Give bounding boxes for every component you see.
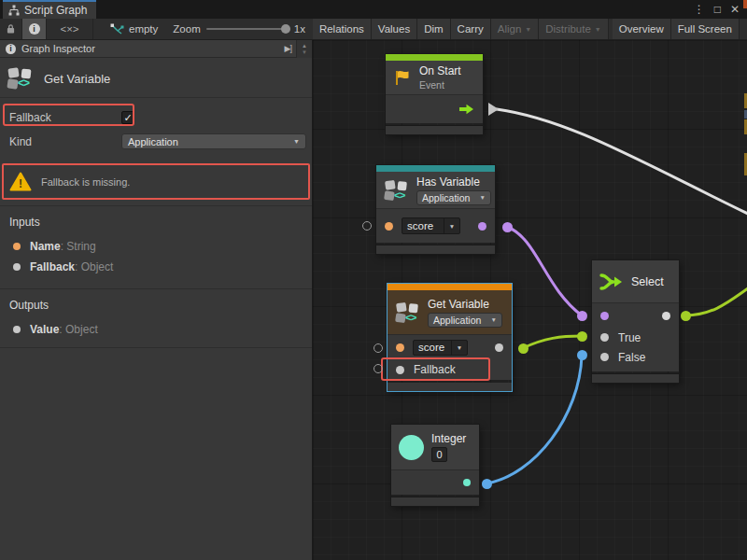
integer-output-port[interactable] (463, 479, 471, 486)
wire-endpoint-blue[interactable] (577, 350, 587, 360)
info-icon: i (6, 44, 16, 54)
scroll-up-icon[interactable]: ▲ (302, 43, 307, 49)
kind-row: Kind Application ▼ (0, 131, 312, 152)
node-subtitle: Event (419, 79, 461, 91)
variable-name-field[interactable]: score ▼ (413, 340, 468, 356)
title-bar: Script Graph ⋮ □ ✕ (0, 0, 747, 19)
chevron-down-icon: ▼ (525, 26, 531, 33)
false-input-port[interactable] (600, 353, 609, 361)
maximize-icon[interactable]: □ (714, 0, 721, 19)
wire-hasvariable-to-select[interactable] (507, 227, 582, 315)
variable-name-field[interactable]: score ▼ (402, 217, 460, 234)
inputs-header: Inputs (0, 214, 312, 236)
unconnected-port-ring[interactable] (374, 364, 383, 373)
warning-exclamation: ! (19, 177, 22, 190)
variable-color-bar (376, 165, 495, 172)
chevron-down-icon: ▼ (491, 316, 497, 323)
port-dot-gray (13, 326, 21, 333)
event-color-bar (386, 54, 483, 61)
selected-unit-header: <> Get Variable (0, 58, 312, 98)
graph-breadcrumb[interactable]: empty (103, 19, 165, 39)
graph-inspector-header: i Graph Inspector ▶] ▲ ▼ (0, 40, 312, 58)
corner-notification-mark (743, 0, 747, 8)
name-input-port[interactable] (396, 343, 404, 352)
kind-label: Kind (9, 135, 32, 148)
overview-button[interactable]: Overview (613, 19, 671, 39)
variable-color-bar (388, 284, 512, 290)
variable-icon: <> (396, 301, 420, 323)
zoom-control: Zoom 1x (165, 19, 313, 39)
pin-panel-icon[interactable]: ▶] (285, 44, 291, 53)
variable-icon: <> (385, 179, 409, 201)
flag-icon (393, 69, 412, 87)
selection-output-port[interactable] (662, 312, 670, 320)
chevron-down-icon[interactable]: ▼ (451, 341, 467, 355)
fallback-checkbox[interactable]: ✓ (121, 111, 134, 124)
zoom-slider[interactable] (206, 28, 289, 30)
inputs-section: Inputs Name: String Fallback: Object (0, 205, 312, 283)
true-input-port[interactable] (600, 333, 609, 342)
tab-script-graph[interactable]: Script Graph (3, 0, 96, 19)
wire-select-output[interactable] (685, 288, 747, 315)
chevron-down-icon[interactable]: ▼ (444, 218, 459, 233)
wire-endpoint-green[interactable] (577, 331, 587, 342)
wire-endpoint-green[interactable] (681, 311, 691, 321)
wire-endpoint-green[interactable] (518, 343, 529, 354)
full-screen-button[interactable]: Full Screen (671, 19, 740, 39)
unconnected-port-ring[interactable] (362, 221, 372, 231)
flow-connector-arrow (488, 103, 499, 116)
panel-scroll-arrows[interactable]: ▲ ▼ (296, 40, 312, 58)
close-icon[interactable]: ✕ (730, 0, 740, 19)
wire-endpoint-purple[interactable] (577, 311, 587, 321)
false-port-label: False (618, 351, 645, 364)
zoom-slider-handle[interactable] (281, 24, 290, 34)
node-title: On Start (419, 64, 461, 77)
integer-literal-icon (399, 435, 424, 460)
wire-endpoint-blue[interactable] (482, 479, 492, 489)
scroll-down-icon[interactable]: ▼ (302, 49, 307, 56)
name-input-port[interactable] (385, 222, 393, 231)
graph-node-icon (110, 23, 124, 35)
outputs-section: Outputs Value: Object (0, 288, 312, 354)
kind-dropdown[interactable]: Application ▼ (121, 133, 306, 149)
distribute-button: Distribute ▼ (539, 19, 609, 39)
graph-canvas[interactable]: On Start Event <> (313, 40, 747, 560)
unconnected-port-ring[interactable] (374, 343, 383, 353)
inspector-toggle-button[interactable]: i (22, 19, 47, 39)
input-row-name: Name: String (0, 236, 312, 257)
node-on-start[interactable]: On Start Event (386, 54, 483, 134)
carry-button[interactable]: Carry (451, 19, 491, 39)
zoom-label: Zoom (173, 23, 200, 35)
variable-icon: <> (7, 67, 33, 90)
chevron-down-icon: ▼ (293, 138, 300, 145)
graph-toolbar: i <×> empty Zoom 1x Relations Values Dim… (0, 19, 747, 40)
values-button[interactable]: Values (372, 19, 417, 39)
fallback-input-port[interactable] (396, 366, 404, 374)
wire-onstart-flow[interactable] (497, 109, 747, 214)
variable-kind-dropdown[interactable]: Application ▼ (428, 313, 502, 328)
condition-input-port[interactable] (600, 312, 609, 320)
node-title: Integer (431, 432, 466, 445)
dim-button[interactable]: Dim (417, 19, 450, 39)
flow-output-port[interactable] (458, 104, 474, 115)
wire-getvariable-to-select-true[interactable] (523, 336, 582, 348)
menu-icon[interactable]: ⋮ (694, 0, 705, 19)
align-button: Align ▼ (491, 19, 540, 39)
node-select[interactable]: Select True False (592, 260, 679, 383)
warning-banner: ! Fallback is missing. (2, 163, 310, 200)
wire-endpoint-purple[interactable] (502, 222, 513, 232)
code-preview-button[interactable]: <×> (47, 19, 93, 39)
breadcrumb-label: empty (129, 23, 158, 35)
value-output-port[interactable] (495, 343, 503, 352)
node-get-variable[interactable]: <> Get Variable Application ▼ score ▼ (388, 284, 512, 391)
node-has-variable[interactable]: <> Has Variable Application ▼ score ▼ (376, 165, 495, 254)
relations-button[interactable]: Relations (313, 19, 372, 39)
integer-value-field[interactable]: 0 (431, 447, 447, 462)
output-row-value: Value: Object (0, 319, 312, 340)
result-output-port[interactable] (478, 222, 486, 231)
lock-button[interactable] (0, 19, 22, 39)
node-integer[interactable]: Integer 0 (391, 425, 479, 506)
true-port-label: True (618, 331, 641, 344)
info-icon: i (29, 23, 40, 35)
variable-kind-dropdown[interactable]: Application ▼ (416, 190, 491, 205)
